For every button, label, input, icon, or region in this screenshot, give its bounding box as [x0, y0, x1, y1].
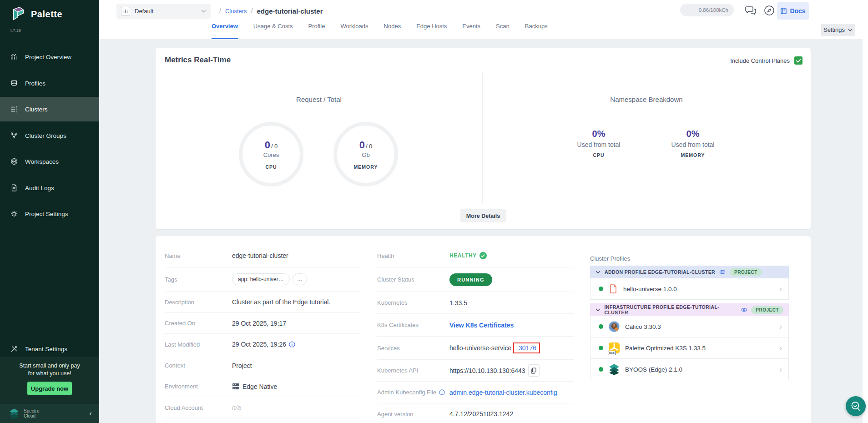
include-control-planes-checkbox[interactable] [794, 56, 802, 65]
detail-row-admin-kubeconfig: Admin Kubeconfig File admin.edge-tutoria… [377, 382, 574, 403]
spectro-cloud-logo [8, 408, 20, 419]
detail-row-last-modified: Last Modified 29 Oct 2025, 19:26 [165, 334, 360, 355]
namespace-cpu-stat: 0% Used from total CPU [551, 129, 646, 158]
upsell-text: Start small and only pay for what you us… [0, 362, 99, 378]
more-details-button[interactable]: More Details [460, 209, 506, 222]
edge-native-icon [232, 383, 240, 390]
settings-button[interactable]: Settings [821, 24, 855, 36]
tab-edge-hosts[interactable]: Edge Hosts [416, 18, 447, 39]
cluster-profiles-title: Cluster Profiles [590, 255, 789, 262]
project-badge: PROJECT [730, 268, 762, 276]
project-selector-value: Default [135, 8, 153, 15]
detail-row-cluster-status: Cluster Status RUNNING [377, 267, 574, 292]
tab-profile[interactable]: Profile [308, 18, 325, 39]
upgrade-now-button[interactable]: Upgrade now [27, 382, 72, 395]
service-port-link-highlight[interactable]: :30176 [513, 342, 540, 353]
status-dot [599, 324, 603, 329]
tab-usage-costs[interactable]: Usage & Costs [253, 18, 293, 39]
details-middle-column: Health HEALTHY Cluster Status RUNNING Ku… [377, 244, 574, 423]
check-icon [796, 59, 801, 63]
chevron-right-icon: › [779, 322, 782, 332]
project-selector[interactable]: Default [116, 4, 211, 19]
admin-kubeconfig-link[interactable]: admin.edge-tutorial-cluster.kubeconfig [449, 389, 557, 396]
chevron-down-icon [595, 308, 601, 312]
tags-more-button[interactable]: ... [293, 273, 307, 285]
app-name: Palette [31, 9, 62, 20]
breadcrumb-current: edge-tutorial-cluster [257, 7, 323, 15]
detail-row-agent-version: Agent version 4.7.12/20251023.1242 [377, 403, 574, 423]
sidebar-item-clusters[interactable]: Clusters [0, 97, 99, 121]
service-name-value: hello-universe-service [449, 344, 511, 352]
infrastructure-profile-header[interactable]: INFRASTRUCTURE PROFILE EDGE-TUTORIAL-CLU… [590, 303, 789, 316]
tab-scan[interactable]: Scan [496, 18, 510, 39]
help-chat-button[interactable] [846, 396, 866, 416]
hello-universe-icon [609, 284, 618, 294]
feedback-chat-icon[interactable] [745, 5, 757, 16]
profile-layer-hello-universe[interactable]: hello-universe 1.0.0 › [590, 278, 789, 300]
spectro-cloud-wordmark: Spectro Cloud [24, 408, 39, 418]
metrics-card: Metrics Real-Time Include Control Planes… [156, 48, 811, 229]
profile-layer-k3s[interactable]: K3S Palette Optimized K3S 1.33.5 › [590, 337, 789, 359]
collapse-sidebar-icon[interactable]: ‹ [89, 409, 92, 418]
detail-row-health: Health HEALTHY [377, 244, 574, 267]
kubernetes-api-value: https://10.10.130.130:6443 [449, 367, 525, 374]
detail-row-kubernetes: Kubernetes 1.33.5 [377, 292, 574, 314]
memory-total-value: / 0 [366, 143, 372, 150]
sidebar-item-project-overview[interactable]: Project Overview [0, 45, 99, 69]
memory-gauge: 0/ 0 Gb MEMORY [333, 122, 398, 186]
sidebar-item-cluster-groups[interactable]: Cluster Groups [0, 123, 99, 148]
description-value: Cluster as part of the Edge tutorial. [232, 298, 330, 306]
info-icon[interactable] [289, 341, 295, 347]
sidebar-item-profiles[interactable]: Profiles [0, 71, 99, 96]
status-dot [599, 346, 603, 350]
chevron-down-icon [595, 271, 601, 274]
tag-pill: app: hello-univer… [232, 273, 290, 285]
namespace-memory-label: MEMORY [645, 152, 741, 158]
tab-events[interactable]: Events [462, 18, 480, 39]
main-content: Metrics Real-Time Include Control Planes… [99, 39, 863, 423]
sidebar-item-workspaces[interactable]: Workspaces [0, 149, 99, 174]
breadcrumb-clusters-link[interactable]: Clusters [225, 8, 247, 15]
status-dot [599, 367, 603, 372]
sidebar-item-label: Clusters [25, 106, 48, 113]
detail-row-cloud-account: Cloud Account n/a [165, 397, 360, 418]
tab-overview[interactable]: Overview [212, 18, 238, 39]
sidebar-footer: Spectro Cloud ‹ [0, 404, 99, 423]
cluster-name-value: edge-tutorial-cluster [232, 252, 288, 259]
copy-icon[interactable] [528, 364, 540, 377]
project-badge: PROJECT [751, 306, 783, 314]
info-icon[interactable] [439, 389, 445, 395]
detail-row-kubernetes-api: Kubernetes API https://10.10.130.130:644… [377, 360, 574, 382]
explore-compass-icon[interactable] [763, 5, 775, 16]
layers-icon [10, 79, 18, 87]
detail-row-k8s-certificates: K8s Certificates View K8s Certificates [377, 314, 574, 337]
sidebar-item-label: Profiles [25, 80, 45, 87]
tab-nodes[interactable]: Nodes [384, 18, 401, 39]
app-screen: Palette 4.7.29 Project Overview Profiles… [0, 0, 868, 423]
namespace-memory-stat: 0% Used from total MEMORY [645, 129, 741, 158]
addon-profile-header[interactable]: ADDON PROFILE EDGE-TUTORIAL-CLUSTER PROJ… [590, 266, 789, 278]
tab-backups[interactable]: Backups [525, 18, 548, 39]
namespace-memory-percent: 0% [645, 129, 741, 139]
sidebar-item-project-settings[interactable]: Project Settings [0, 201, 99, 226]
metrics-title: Metrics Real-Time [165, 55, 231, 65]
profile-layer-byoos[interactable]: BYOOS (Edge) 2.1.0 › [590, 359, 789, 380]
cpu-gauge: 0/ 0 Cores CPU [239, 122, 303, 186]
sidebar-item-label: Project Settings [25, 211, 68, 217]
include-control-planes: Include Control Planes [730, 48, 802, 73]
sidebar-item-label: Cluster Groups [25, 132, 66, 139]
sidebar-item-audit-logs[interactable]: Audit Logs [0, 176, 99, 200]
divider [482, 73, 483, 203]
tab-workloads[interactable]: Workloads [340, 18, 368, 39]
namespace-cpu-label: CPU [551, 152, 646, 158]
view-k8s-certificates-link[interactable]: View K8s Certificates [449, 322, 514, 329]
namespace-breakdown-title: Namespace Breakdown [482, 96, 811, 103]
book-icon [780, 7, 787, 15]
chevron-right-icon: › [779, 284, 782, 294]
palette-logo: Palette [9, 5, 62, 23]
chart-icon [10, 53, 18, 61]
chevron-down-icon [848, 29, 853, 31]
profile-layer-calico[interactable]: Calico 3.30.3 › [590, 316, 789, 337]
link-icon [741, 307, 747, 312]
docs-button[interactable]: Docs [777, 2, 809, 20]
